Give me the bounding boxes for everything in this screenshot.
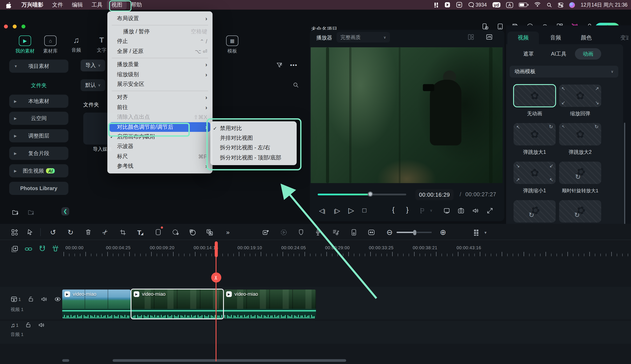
sidebar-item-local-media[interactable]: ▶本地素材 bbox=[9, 94, 68, 108]
playhead-handle[interactable] bbox=[215, 241, 218, 257]
timeline-scrollbar-corner[interactable] bbox=[62, 359, 69, 362]
import-button[interactable]: 导入∨ bbox=[81, 60, 105, 72]
zoom-window-button[interactable] bbox=[22, 24, 26, 28]
timeline-clip-1[interactable]: ▶ video-miao bbox=[62, 290, 131, 318]
template-cw-rotate-zoom-1[interactable]: ✿ ↻ bbox=[559, 162, 601, 184]
playhead-line[interactable] bbox=[216, 241, 217, 361]
timeline-clip-3[interactable]: ▶ video-miao bbox=[224, 290, 316, 318]
search-icon[interactable] bbox=[293, 82, 299, 88]
parallels-status-icon[interactable] bbox=[434, 2, 439, 8]
template-cw-rotate[interactable]: ✿ ↻ bbox=[559, 200, 601, 222]
razor-split-icon[interactable] bbox=[52, 245, 59, 252]
menu-file[interactable]: 文件 bbox=[48, 0, 68, 10]
template-zoom-bounce[interactable]: ✿ ↖↗↙↘ bbox=[559, 84, 601, 107]
chat-status[interactable]: 3934 bbox=[468, 2, 487, 8]
template-bounce-in-1[interactable]: ✿ ↖↻ bbox=[513, 123, 556, 146]
tab-color-settings[interactable]: 颜色 bbox=[573, 32, 599, 44]
translate-icon[interactable] bbox=[205, 227, 214, 237]
submenu-item-split-left-right[interactable]: 拆分对比视图 - 左/右 bbox=[210, 143, 297, 153]
audio-adjust-icon[interactable] bbox=[331, 227, 340, 237]
menu-item-ruler[interactable]: 标尺⌘P bbox=[107, 152, 213, 162]
zoom-slider-track[interactable] bbox=[397, 232, 432, 233]
tab-speed-settings[interactable]: 变速 bbox=[616, 32, 628, 44]
lock-track-icon[interactable] bbox=[26, 322, 31, 328]
input-method-badge[interactable]: A bbox=[506, 2, 513, 8]
control-center-icon[interactable] bbox=[558, 2, 563, 8]
zoom-slider-thumb[interactable] bbox=[413, 230, 416, 235]
template-bounce-in-2[interactable]: ✿ ↖↻ bbox=[559, 123, 601, 146]
tab-templates[interactable]: ▦模板 bbox=[220, 36, 245, 54]
smart-cutout-icon[interactable] bbox=[171, 227, 180, 237]
play-app-status-icon[interactable] bbox=[444, 2, 451, 8]
menu-view-active[interactable]: 视图 bbox=[107, 0, 127, 10]
menubar-app-name[interactable]: 万兴喵影 bbox=[17, 0, 48, 10]
delete-icon[interactable] bbox=[83, 227, 93, 237]
playback-quality-dropdown[interactable]: 完整画质∨ bbox=[337, 32, 390, 42]
menu-item-align[interactable]: 对齐› bbox=[107, 93, 213, 102]
collapse-sidebar-button[interactable]: ❮ bbox=[61, 207, 69, 216]
more-tools-icon[interactable]: » bbox=[223, 227, 232, 237]
apple-menu[interactable] bbox=[0, 0, 17, 10]
tab-audio-settings[interactable]: 音频 bbox=[542, 32, 569, 44]
animation-template-dropdown[interactable]: 动画模板∨ bbox=[510, 66, 618, 78]
battery-icon[interactable] bbox=[519, 3, 528, 7]
template-none[interactable]: ✿ bbox=[513, 84, 556, 107]
volume-button[interactable] bbox=[472, 207, 479, 214]
marker-chevron-icon[interactable]: ∨ bbox=[430, 208, 432, 212]
fullscreen-button[interactable] bbox=[486, 207, 493, 214]
wifi-icon[interactable] bbox=[534, 2, 541, 8]
playhead-scissors-badge[interactable]: ✂ bbox=[211, 272, 221, 282]
zoom-in-icon[interactable]: ⊕ bbox=[438, 227, 448, 237]
play-button[interactable]: ▷ bbox=[348, 206, 354, 215]
menu-item-layout-settings[interactable]: 布局设置› bbox=[107, 14, 213, 24]
submenu-item-disable-compare[interactable]: ✓禁用对比 bbox=[210, 124, 297, 134]
track-manager-caret-icon[interactable]: ▼ bbox=[484, 231, 487, 235]
sidebar-item-adjustment-layer[interactable]: ▶调整图层 bbox=[9, 129, 68, 142]
player-progress-thumb[interactable] bbox=[368, 192, 373, 197]
redo-icon[interactable]: ↻ bbox=[66, 227, 75, 237]
lock-track-icon[interactable] bbox=[28, 296, 34, 302]
tab-audio[interactable]: ♫音频 bbox=[64, 36, 89, 54]
snapshot-camera-button[interactable] bbox=[457, 207, 464, 214]
filter-funnel-icon[interactable] bbox=[276, 62, 283, 68]
sidebar-item-photos-library[interactable]: Photos Library bbox=[9, 182, 68, 195]
media-browser-icon[interactable] bbox=[10, 227, 19, 237]
submenu-item-side-by-side[interactable]: 并排对比视图 bbox=[210, 134, 297, 143]
fit-timeline-icon[interactable] bbox=[366, 227, 376, 237]
submenu-item-split-top-bottom[interactable]: 拆分对比视图 - 顶部/底部 bbox=[210, 153, 297, 163]
tab-stock-media[interactable]: ⌂素材库 bbox=[38, 36, 63, 54]
menu-edit[interactable]: 编辑 bbox=[68, 0, 87, 10]
mute-track-icon[interactable] bbox=[38, 322, 45, 328]
magnet-snap-icon[interactable] bbox=[39, 245, 46, 252]
template-cw-rotate-zoom-2[interactable]: ✿ ↻ bbox=[513, 200, 556, 222]
sidebar-item-project-media[interactable]: ▼项目素材 bbox=[9, 60, 68, 73]
track-manager-icon[interactable] bbox=[471, 227, 481, 237]
select-tool-icon[interactable] bbox=[26, 227, 35, 237]
hide-track-icon[interactable] bbox=[54, 296, 61, 302]
close-window-button[interactable] bbox=[4, 24, 8, 28]
menu-item-go-to[interactable]: 前往› bbox=[107, 102, 213, 112]
sidebar-item-cloud[interactable]: ▶云空间 bbox=[9, 112, 68, 125]
next-frame-button[interactable]: |▷ bbox=[334, 207, 340, 215]
menu-item-zoom-level[interactable]: 缩放级别› bbox=[107, 70, 213, 80]
menu-tools[interactable]: 工具 bbox=[87, 0, 107, 10]
more-options-icon[interactable]: ••• bbox=[290, 62, 297, 68]
split-scissors-icon[interactable]: ✂ bbox=[100, 227, 110, 237]
mask-tool-icon[interactable] bbox=[153, 227, 163, 237]
menu-item-playback-quality[interactable]: 播放质量› bbox=[107, 60, 213, 70]
player-progress-bar[interactable] bbox=[318, 194, 406, 195]
spotlight-search-icon[interactable] bbox=[546, 2, 552, 8]
zoom-out-icon[interactable]: ⊖ bbox=[385, 227, 394, 237]
minimize-window-button[interactable] bbox=[13, 24, 17, 28]
sticker-text-icon[interactable] bbox=[188, 227, 197, 237]
menu-item-canvas-snap[interactable]: ✓启用画布内吸附 bbox=[107, 132, 213, 142]
mute-track-icon[interactable] bbox=[41, 296, 47, 302]
yd-status-badge[interactable]: yd bbox=[492, 2, 500, 8]
text-tool-icon[interactable]: T◢ bbox=[135, 227, 145, 237]
menu-item-scopes[interactable]: 示波器 bbox=[107, 142, 213, 152]
add-to-timeline-icon[interactable] bbox=[11, 245, 19, 253]
scopes-icon[interactable] bbox=[485, 33, 493, 41]
menu-item-fullscreen[interactable]: 全屏 / 还原⌥ ⏎ bbox=[107, 46, 213, 56]
subtab-ai-tools[interactable]: AI工具 bbox=[546, 48, 571, 60]
sidebar-item-image-to-video[interactable]: ▶图生视频 AI bbox=[9, 164, 68, 178]
